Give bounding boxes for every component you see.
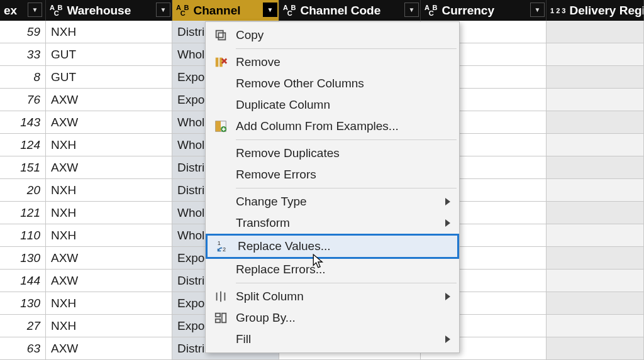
svg-text:1: 1 <box>218 240 221 246</box>
svg-rect-2 <box>216 58 219 67</box>
cell-index[interactable]: 130 <box>0 292 46 314</box>
add-column-examples-icon <box>206 119 236 133</box>
cell-index[interactable]: 130 <box>0 247 46 269</box>
menu-replace-errors[interactable]: Replace Errors... <box>206 259 459 280</box>
cell-index[interactable]: 76 <box>0 89 46 111</box>
column-context-menu: Copy Remove Remove Other Columns Duplica… <box>205 21 460 353</box>
text-type-icon: A BC <box>176 5 190 16</box>
cell-delivery-region[interactable] <box>547 315 644 337</box>
cell-index[interactable]: 143 <box>0 111 46 133</box>
svg-rect-1 <box>216 31 223 38</box>
menu-remove-other-columns[interactable]: Remove Other Columns <box>206 73 459 94</box>
cell-warehouse[interactable]: AXW <box>46 247 172 269</box>
column-header-currency[interactable]: A BC Currency ▼ <box>421 0 547 21</box>
number-type-icon: 1 2 3 <box>550 7 565 14</box>
submenu-arrow-icon <box>445 293 450 300</box>
cell-warehouse[interactable]: AXW <box>46 337 172 359</box>
cell-index[interactable]: 27 <box>0 315 46 337</box>
menu-change-type[interactable]: Change Type <box>206 191 459 212</box>
cell-warehouse[interactable]: NXH <box>46 21 172 43</box>
cell-warehouse[interactable]: NXH <box>46 134 172 156</box>
cell-warehouse[interactable]: NXH <box>46 292 172 314</box>
svg-rect-16 <box>216 314 220 317</box>
cell-index[interactable]: 124 <box>0 134 46 156</box>
cell-index[interactable]: 63 <box>0 337 46 359</box>
svg-rect-17 <box>216 319 220 322</box>
cell-delivery-region[interactable] <box>547 134 644 156</box>
column-header-channel[interactable]: A BC Channel ▼ <box>172 0 279 21</box>
cell-index[interactable]: 110 <box>0 224 46 246</box>
filter-dropdown-icon[interactable]: ▼ <box>156 3 170 17</box>
cell-warehouse[interactable]: AXW <box>46 111 172 133</box>
submenu-arrow-icon <box>445 198 450 205</box>
cell-warehouse[interactable]: NXH <box>46 202 172 224</box>
cell-delivery-region[interactable] <box>547 43 644 65</box>
cell-warehouse[interactable]: GUT <box>46 66 172 88</box>
cell-index[interactable]: 20 <box>0 179 46 201</box>
text-type-icon: A BC <box>283 5 297 16</box>
cell-delivery-region[interactable] <box>547 89 644 111</box>
menu-remove[interactable]: Remove <box>206 52 459 73</box>
svg-rect-0 <box>218 33 225 40</box>
column-header-warehouse[interactable]: A BC Warehouse ▼ <box>46 0 172 21</box>
text-type-icon: A BC <box>425 5 438 16</box>
header-label: Warehouse <box>67 4 131 18</box>
cell-index[interactable]: 33 <box>0 43 46 65</box>
column-header-row: ex ▼ A BC Warehouse ▼ A BC Channel ▼ A B… <box>0 0 644 21</box>
cell-delivery-region[interactable] <box>547 202 644 224</box>
column-header-index[interactable]: ex ▼ <box>0 0 46 21</box>
cell-warehouse[interactable]: AXW <box>46 156 172 178</box>
cell-delivery-region[interactable] <box>547 21 644 43</box>
menu-remove-duplicates[interactable]: Remove Duplicates <box>206 143 459 164</box>
cell-delivery-region[interactable] <box>547 292 644 314</box>
text-type-icon: A BC <box>50 5 64 16</box>
filter-dropdown-icon[interactable]: ▼ <box>263 3 277 17</box>
cell-warehouse[interactable]: NXH <box>46 224 172 246</box>
cell-index[interactable]: 121 <box>0 202 46 224</box>
separator <box>236 283 457 283</box>
cell-delivery-region[interactable] <box>547 156 644 178</box>
cell-delivery-region[interactable] <box>547 179 644 201</box>
menu-group-by[interactable]: Group By... <box>206 307 459 329</box>
separator <box>236 139 457 140</box>
cell-warehouse[interactable]: GUT <box>46 43 172 65</box>
column-header-delivery-region[interactable]: 1 2 3 Delivery Region <box>547 0 644 21</box>
cell-warehouse[interactable]: NXH <box>46 315 172 337</box>
cell-delivery-region[interactable] <box>547 337 644 359</box>
filter-dropdown-icon[interactable]: ▼ <box>530 3 545 17</box>
cell-warehouse[interactable]: AXW <box>46 89 172 111</box>
cell-warehouse[interactable]: AXW <box>46 270 172 292</box>
menu-fill[interactable]: Fill <box>206 329 459 350</box>
separator <box>236 48 457 49</box>
cell-index[interactable]: 144 <box>0 270 46 292</box>
menu-remove-errors[interactable]: Remove Errors <box>206 164 459 185</box>
header-label: Delivery Region <box>569 4 644 18</box>
column-header-channel-code[interactable]: A BC Channel Code ▼ <box>279 0 421 21</box>
cell-delivery-region[interactable] <box>547 224 644 246</box>
cell-delivery-region[interactable] <box>547 111 644 133</box>
menu-replace-values[interactable]: 1 2 Replace Values... <box>206 234 459 259</box>
menu-add-column-from-examples[interactable]: Add Column From Examples... <box>206 116 459 137</box>
header-label: Channel Code <box>301 4 381 18</box>
cell-index[interactable]: 8 <box>0 66 46 88</box>
menu-duplicate-column[interactable]: Duplicate Column <box>206 94 459 116</box>
split-column-icon <box>206 290 236 303</box>
group-by-icon <box>206 311 236 325</box>
header-label: Channel <box>194 4 241 18</box>
cell-delivery-region[interactable] <box>547 247 644 269</box>
cell-delivery-region[interactable] <box>547 270 644 292</box>
filter-dropdown-icon[interactable]: ▼ <box>28 3 42 17</box>
submenu-arrow-icon <box>445 219 450 227</box>
header-label: Currency <box>442 4 494 18</box>
menu-copy[interactable]: Copy <box>206 25 459 46</box>
remove-column-icon <box>206 55 236 69</box>
cell-warehouse[interactable]: NXH <box>46 179 172 201</box>
cell-index[interactable]: 59 <box>0 21 46 43</box>
cell-delivery-region[interactable] <box>547 66 644 88</box>
header-label: ex <box>4 4 17 18</box>
copy-icon <box>206 28 236 42</box>
filter-dropdown-icon[interactable]: ▼ <box>404 3 419 17</box>
menu-split-column[interactable]: Split Column <box>206 286 459 307</box>
cell-index[interactable]: 151 <box>0 156 46 178</box>
menu-transform[interactable]: Transform <box>206 212 459 234</box>
